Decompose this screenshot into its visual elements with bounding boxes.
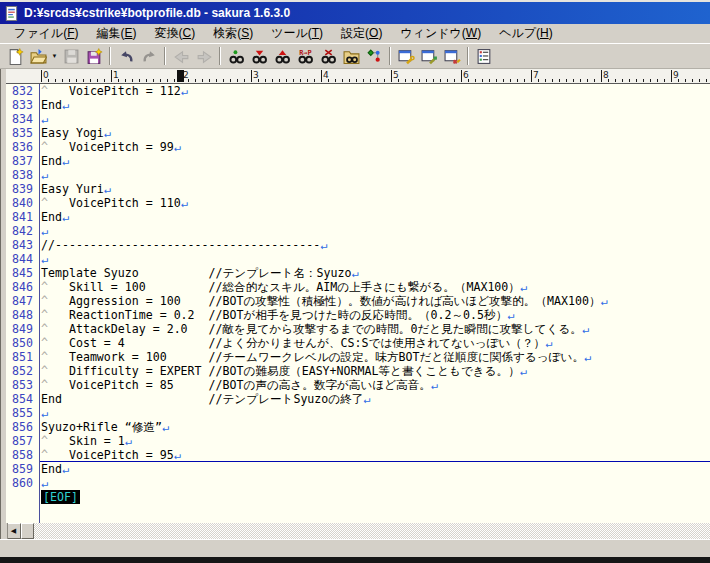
grep-button[interactable]	[340, 45, 362, 67]
ruler-tick	[90, 79, 91, 82]
ruler-tick	[503, 79, 504, 82]
menu-item-f[interactable]: ファイル(F)	[5, 23, 87, 44]
outline-button[interactable]	[473, 45, 495, 67]
ruler-tick	[160, 79, 161, 82]
common-settings-button[interactable]	[418, 45, 440, 67]
tag-jump-button[interactable]	[363, 45, 385, 67]
ruler-tick	[230, 79, 231, 82]
menu-item-t[interactable]: ツール(T)	[262, 23, 332, 44]
return-mark: ↵	[181, 196, 188, 210]
menu-item-e[interactable]: 編集(E)	[87, 23, 145, 44]
open-file-dropdown-arrow[interactable]: ▼	[50, 45, 59, 67]
line-text: Easy Yuri↵	[41, 182, 111, 196]
clear-search-button[interactable]	[317, 45, 339, 67]
editor-line[interactable]: 834↵	[6, 112, 710, 126]
statusbar	[0, 539, 710, 557]
type-settings-button[interactable]	[395, 45, 417, 67]
return-mark: ↵	[104, 182, 111, 196]
ruler-tick	[209, 79, 210, 82]
editor-line[interactable]: 855↵	[6, 406, 710, 420]
find-prev-button[interactable]	[271, 45, 293, 67]
ruler-tick	[356, 79, 357, 82]
editor-line[interactable]: 859End↵	[6, 462, 710, 476]
toolbar-separator	[219, 47, 221, 65]
ruler-tick	[335, 79, 336, 82]
return-mark: ↵	[545, 336, 552, 350]
editor-line[interactable]: 854End //テンプレートSyuzoの終了↵	[6, 392, 710, 406]
editor-line[interactable]: 844↵	[6, 252, 710, 266]
ruler-tick	[244, 79, 245, 82]
menu-item-c[interactable]: 変換(C)	[145, 23, 204, 44]
editor-line[interactable]: 857^ Skin = 1↵	[6, 434, 710, 448]
scrollbar-thumb[interactable]	[21, 523, 34, 539]
keyword-settings-button[interactable]	[441, 45, 463, 67]
ruler-tick	[216, 79, 217, 82]
line-number: 838	[6, 168, 33, 182]
replace-button[interactable]: R→P	[294, 45, 316, 67]
editor-line[interactable]: 835Easy Yogi↵	[6, 126, 710, 140]
editor-line[interactable]: 852^ Difficulty = EXPERT //BOTの難易度（EASY+…	[6, 364, 710, 378]
menu-item-h[interactable]: ヘルプ(H)	[490, 23, 562, 44]
editor-line[interactable]: 849^ AttackDelay = 2.0 //敵を見てから攻撃するまでの時間…	[6, 322, 710, 336]
editor-line[interactable]: 845Template Syuzo //テンプレート名：Syuzo↵	[6, 266, 710, 280]
redo-button[interactable]	[138, 45, 160, 67]
find-button[interactable]	[225, 45, 247, 67]
line-text: Syuzo+Rifle “修造”↵	[41, 420, 169, 434]
keyword-settings-icon	[444, 48, 461, 65]
menu-item-o[interactable]: 設定(O)	[332, 23, 391, 44]
ruler-tick	[475, 79, 476, 82]
save-as-floppy-icon	[86, 48, 103, 65]
editor-line[interactable]: 853^ VoicePitch = 85 //BOTの声の高さ。数字が高いほど高…	[6, 378, 710, 392]
line-text: ^ Difficulty = EXPERT //BOTの難易度（EASY+NOR…	[41, 364, 527, 378]
titlebar[interactable]: D:¥srcds¥cstrike¥botprofile.db - sakura …	[0, 2, 710, 24]
editor-line[interactable]: 843//-----------------------------------…	[6, 238, 710, 252]
editor-line[interactable]: 847^ Aggression = 100 //BOTの攻撃性（積極性）。数値が…	[6, 294, 710, 308]
editor-line[interactable]: 860↵	[6, 476, 710, 490]
editor-line[interactable]: 856Syuzo+Rifle “修造”↵	[6, 420, 710, 434]
jump-forward-button[interactable]	[193, 45, 215, 67]
line-number: 836	[6, 140, 33, 154]
editor-line[interactable]: 842↵	[6, 224, 710, 238]
line-text: ↵	[41, 406, 48, 420]
save-button[interactable]	[60, 45, 82, 67]
editor-line[interactable]: 848^ ReactionTime = 0.2 //BOTが相手を見つけた時の反…	[6, 308, 710, 322]
undo-button[interactable]	[115, 45, 137, 67]
editor-line[interactable]: 832^ VoicePitch = 112↵	[6, 84, 710, 98]
line-number: 851	[6, 350, 33, 364]
editor-line[interactable]: 840^ VoicePitch = 110↵	[6, 196, 710, 210]
menu-item-w[interactable]: ウィンドウ(W)	[391, 23, 490, 44]
line-text: ^ Aggression = 100 //BOTの攻撃性（積極性）。数値が高けれ…	[41, 294, 608, 308]
text-editor-area[interactable]: 832^ VoicePitch = 112↵833End↵834↵835Easy…	[6, 84, 710, 523]
return-mark: ↵	[181, 84, 188, 98]
editor-line[interactable]: 836^ VoicePitch = 99↵	[6, 140, 710, 154]
editor-line[interactable]: 833End↵	[6, 98, 710, 112]
editor-line[interactable]: 850^ Cost = 4 //よく分かりませんが、CS:Sでは使用されてないっ…	[6, 336, 710, 350]
new-file-button[interactable]	[4, 45, 26, 67]
editor-line[interactable]: 838↵	[6, 168, 710, 182]
save-as-button[interactable]	[83, 45, 105, 67]
ruler-tick	[251, 70, 252, 82]
horizontal-scrollbar[interactable]: ◀	[6, 523, 710, 539]
editor-line[interactable]: 846^ Skill = 100 //総合的なスキル。AIMの上手さにも繋がる。…	[6, 280, 710, 294]
return-mark: ↵	[431, 378, 438, 392]
new-file-icon	[7, 48, 24, 65]
editor-line[interactable]: 837End↵	[6, 154, 710, 168]
tab-mark: ^	[41, 140, 48, 154]
line-number: 843	[6, 238, 33, 252]
editor-line[interactable]: 851^ Teamwork = 100 //チームワークレベルの設定。味方BOT…	[6, 350, 710, 364]
ruler-tick	[426, 79, 427, 82]
ruler-tick	[489, 79, 490, 82]
tab-mark: ^	[41, 322, 48, 336]
open-file-button[interactable]	[27, 45, 49, 67]
menu-item-s[interactable]: 検索(S)	[204, 23, 262, 44]
ruler-tick	[706, 79, 707, 82]
editor-line[interactable]: 858^ VoicePitch = 95↵	[6, 448, 710, 462]
return-mark: ↵	[162, 420, 169, 434]
jump-back-button[interactable]	[170, 45, 192, 67]
ruler-tick	[153, 79, 154, 82]
scroll-left-button[interactable]: ◀	[6, 523, 21, 539]
editor-line[interactable]: 841End↵	[6, 210, 710, 224]
editor-line[interactable]: 839Easy Yuri↵	[6, 182, 710, 196]
find-next-button[interactable]	[248, 45, 270, 67]
line-text: ↵	[41, 224, 48, 238]
